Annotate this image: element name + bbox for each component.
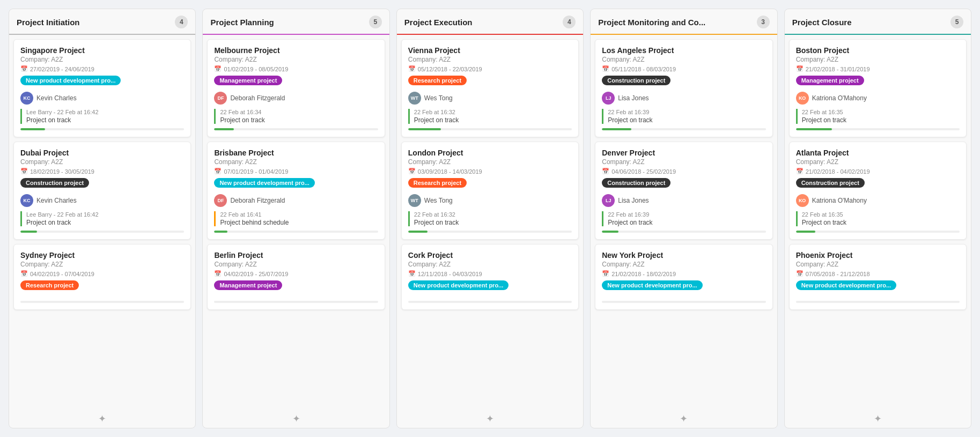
progress-bar-container — [796, 301, 960, 303]
dates-text: 12/11/2018 - 04/03/2019 — [418, 271, 482, 277]
comment-section: 22 Feb at 16:32Project on track — [408, 211, 572, 226]
column-initiation: Project Initiation4Singapore ProjectComp… — [9, 9, 196, 428]
calendar-icon: 📅 — [602, 65, 609, 72]
person-name: Katriona O'Mahony — [812, 197, 867, 204]
progress-bar-container — [796, 128, 960, 130]
comment-section: 22 Feb at 16:35Project on track — [796, 211, 960, 226]
card-denver[interactable]: Denver ProjectCompany: A2Z📅04/06/2018 - … — [595, 142, 772, 240]
dates-text: 07/05/2018 - 21/12/2018 — [806, 271, 870, 277]
person-name: Deborah Fitzgerald — [230, 197, 285, 204]
calendar-icon: 📅 — [796, 65, 804, 72]
avatar: DF — [214, 194, 227, 207]
comment-text: Project on track — [220, 116, 378, 124]
add-card-button[interactable]: ✦ — [292, 413, 300, 425]
column-title: Project Closure — [792, 18, 852, 27]
cards-container: Singapore ProjectCompany: A2Z📅27/02/2019… — [9, 35, 195, 410]
card-tag: New product development pro... — [214, 178, 314, 188]
avatar-row: LJLisa Jones — [602, 194, 765, 207]
card-tag: New product development pro... — [408, 280, 509, 290]
calendar-icon: 📅 — [214, 65, 222, 72]
kanban-board: Project Initiation4Singapore ProjectComp… — [9, 9, 971, 428]
person-name: Kevin Charles — [36, 197, 77, 204]
card-title: Atlanta Project — [796, 149, 960, 157]
card-dates: 📅04/06/2018 - 25/02/2019 — [602, 168, 765, 175]
dates-text: 03/09/2018 - 14/03/2019 — [418, 168, 482, 175]
column-header-planning: Project Planning5 — [203, 9, 389, 35]
card-atlanta[interactable]: Atlanta ProjectCompany: A2Z📅21/02/2018 -… — [789, 142, 967, 240]
card-sydney[interactable]: Sydney ProjectCompany: A2Z📅04/02/2019 - … — [13, 244, 191, 310]
card-tag: Research project — [408, 178, 467, 188]
card-company: Company: A2Z — [214, 261, 378, 268]
progress-bar — [214, 128, 234, 130]
avatar-row: KCKevin Charles — [20, 194, 184, 207]
card-cork[interactable]: Cork ProjectCompany: A2Z📅12/11/2018 - 04… — [401, 244, 579, 310]
card-phoenix[interactable]: Phoenix ProjectCompany: A2Z📅07/05/2018 -… — [789, 244, 967, 310]
card-vienna[interactable]: Vienna ProjectCompany: A2Z📅05/12/2018 - … — [401, 39, 579, 137]
progress-bar — [796, 231, 816, 233]
comment-meta: 22 Feb at 16:39 — [608, 211, 765, 218]
comment-section: 22 Feb at 16:35Project on track — [796, 109, 960, 124]
column-footer: ✦ — [591, 410, 777, 428]
calendar-icon: 📅 — [408, 65, 416, 72]
avatar: KO — [796, 92, 809, 105]
dates-text: 27/02/2019 - 24/06/2019 — [30, 66, 94, 72]
person-name: Lisa Jones — [618, 197, 649, 204]
progress-bar — [408, 128, 441, 130]
column-planning: Project Planning5Melbourne ProjectCompan… — [202, 9, 389, 428]
calendar-icon: 📅 — [796, 168, 804, 175]
progress-bar — [602, 128, 631, 130]
card-title: New York Project — [602, 251, 765, 260]
comment-meta: 22 Feb at 16:34 — [220, 109, 378, 115]
progress-bar-container — [602, 301, 765, 303]
card-newyork[interactable]: New York ProjectCompany: A2Z📅21/02/2018 … — [595, 244, 772, 310]
card-boston[interactable]: Boston ProjectCompany: A2Z📅21/02/2018 - … — [789, 39, 967, 137]
person-name: Wes Tong — [424, 197, 453, 204]
comment-section: 22 Feb at 16:39Project on track — [602, 211, 765, 226]
card-tag: Construction project — [20, 178, 89, 188]
card-title: Vienna Project — [408, 46, 572, 55]
avatar-row: KOKatriona O'Mahony — [796, 194, 960, 207]
progress-bar — [408, 231, 428, 233]
card-brisbane[interactable]: Brisbane ProjectCompany: A2Z📅07/01/2019 … — [207, 142, 385, 240]
progress-bar-container — [20, 231, 184, 233]
column-footer: ✦ — [397, 410, 583, 428]
comment-section: Lee Barry - 22 Feb at 16:42Project on tr… — [20, 211, 184, 226]
add-card-button[interactable]: ✦ — [680, 413, 688, 425]
card-company: Company: A2Z — [602, 158, 765, 166]
dates-text: 21/02/2018 - 04/02/2019 — [806, 168, 870, 175]
card-dubai[interactable]: Dubai ProjectCompany: A2Z📅18/02/2019 - 3… — [13, 142, 191, 240]
card-dates: 📅03/09/2018 - 14/03/2019 — [408, 168, 572, 175]
card-london[interactable]: London ProjectCompany: A2Z📅03/09/2018 - … — [401, 142, 579, 240]
column-closure: Project Closure5Boston ProjectCompany: A… — [784, 9, 971, 428]
column-title: Project Planning — [210, 18, 274, 27]
add-card-button[interactable]: ✦ — [874, 413, 882, 425]
progress-bar-container — [408, 128, 572, 130]
card-company: Company: A2Z — [408, 56, 572, 63]
dates-text: 21/02/2018 - 31/01/2019 — [806, 66, 870, 72]
card-title: London Project — [408, 149, 572, 157]
card-losangeles[interactable]: Los Angeles ProjectCompany: A2Z📅05/11/20… — [595, 39, 772, 137]
column-count-badge: 3 — [757, 16, 770, 28]
card-singapore[interactable]: Singapore ProjectCompany: A2Z📅27/02/2019… — [13, 39, 191, 137]
add-card-button[interactable]: ✦ — [98, 413, 106, 425]
calendar-icon: 📅 — [214, 168, 222, 175]
comment-text: Project on track — [608, 116, 765, 124]
cards-container: Boston ProjectCompany: A2Z📅21/02/2018 - … — [785, 35, 971, 410]
comment-text: Project on track — [802, 116, 960, 124]
column-count-badge: 4 — [563, 16, 576, 28]
dates-text: 18/02/2019 - 30/05/2019 — [30, 168, 94, 175]
avatar-row: WTWes Tong — [408, 92, 572, 105]
card-berlin[interactable]: Berlin ProjectCompany: A2Z📅04/02/2019 - … — [207, 244, 385, 310]
progress-bar-container — [20, 301, 184, 303]
person-name: Kevin Charles — [36, 94, 77, 102]
avatar-row: LJLisa Jones — [602, 92, 765, 105]
add-card-button[interactable]: ✦ — [486, 413, 494, 425]
card-tag: New product development pro... — [20, 76, 121, 85]
column-count-badge: 5 — [369, 16, 382, 28]
comment-meta: 22 Feb at 16:35 — [802, 211, 960, 218]
card-melbourne[interactable]: Melbourne ProjectCompany: A2Z📅01/02/2019… — [207, 39, 385, 137]
column-title: Project Execution — [404, 18, 473, 27]
column-header-closure: Project Closure5 — [785, 9, 971, 35]
comment-section: Lee Barry - 22 Feb at 16:42Project on tr… — [20, 109, 184, 124]
column-count-badge: 5 — [950, 16, 963, 28]
